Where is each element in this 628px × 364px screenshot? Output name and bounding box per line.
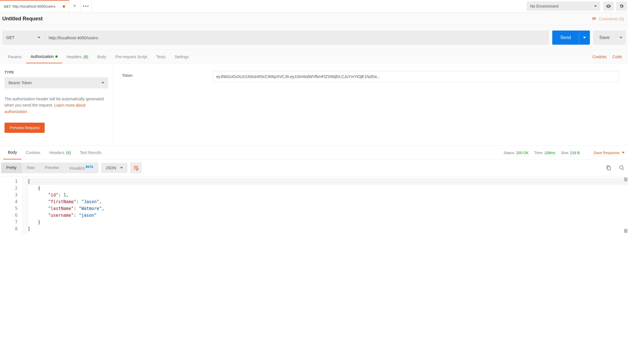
save-response-button[interactable]: Save Response bbox=[588, 149, 625, 157]
request-tabs: Params Authorization Headers (8) Body Pr… bbox=[0, 50, 628, 64]
auth-type-select[interactable]: Bearer Token bbox=[5, 77, 108, 88]
request-title-bar: Untitled Request Comments (0) bbox=[0, 12, 628, 25]
chevron-down-icon bbox=[120, 167, 123, 169]
tab-prerequest[interactable]: Pre-request Script bbox=[111, 50, 152, 63]
auth-right: Token eyJhbGciOiJIUzI1NiIsInR5cCI6IkpXVC… bbox=[113, 64, 628, 146]
comment-icon bbox=[592, 16, 597, 21]
tab-tests[interactable]: Tests bbox=[152, 50, 170, 63]
response-viewrow: Pretty Raw Preview VisualizeBETA JSON bbox=[0, 160, 628, 176]
chevron-down-icon bbox=[620, 37, 622, 38]
search-icon bbox=[619, 165, 624, 170]
chevron-down-icon bbox=[594, 5, 597, 7]
tab-body[interactable]: Body bbox=[93, 50, 111, 63]
view-mode-segment: Pretty Raw Preview VisualizeBETA bbox=[1, 162, 98, 173]
request-tab[interactable]: GET http://localhost:4000/users bbox=[0, 0, 69, 12]
request-row: GET Send Save bbox=[0, 25, 628, 50]
chevron-down-icon bbox=[101, 82, 104, 84]
line-gutter: 1 2 3 4 5 6 7 8 bbox=[0, 176, 23, 234]
environment-quicklook-button[interactable] bbox=[603, 1, 614, 11]
new-tab-button[interactable]: + bbox=[69, 0, 81, 12]
http-method-label: GET bbox=[6, 35, 14, 40]
send-dropdown[interactable] bbox=[579, 31, 590, 45]
comments-label: Comments (0) bbox=[599, 17, 624, 21]
code-source[interactable]: [ { "id": 1, "firstName": "Jason", "last… bbox=[28, 176, 628, 234]
view-visualize[interactable]: VisualizeBETA bbox=[64, 162, 98, 173]
wrap-button[interactable] bbox=[130, 162, 142, 173]
fold-bar[interactable] bbox=[23, 176, 28, 234]
auth-left: TYPE Bearer Token The authorization head… bbox=[0, 64, 113, 146]
status-size: 218 B bbox=[570, 151, 580, 155]
copy-button[interactable] bbox=[604, 163, 614, 173]
wrap-icon bbox=[133, 165, 139, 171]
tab-title: http://localhost:4000/users bbox=[12, 4, 55, 8]
search-response-button[interactable] bbox=[617, 163, 627, 173]
settings-button[interactable] bbox=[616, 1, 627, 11]
tab-authorization[interactable]: Authorization bbox=[26, 50, 62, 63]
chevron-down-icon bbox=[622, 152, 625, 153]
preview-request-button[interactable]: Preview Request bbox=[5, 123, 45, 133]
tab-method: GET bbox=[4, 5, 11, 8]
resp-tab-test-results[interactable]: Test Results bbox=[75, 146, 106, 159]
auth-type-label: TYPE bbox=[5, 70, 108, 74]
save-label: Save bbox=[593, 35, 616, 40]
tab-params[interactable]: Params bbox=[3, 50, 26, 63]
tab-settings[interactable]: Settings bbox=[170, 50, 193, 63]
environment-label: No Environment bbox=[530, 4, 558, 8]
response-status: Status: 200 OK Time: 106ms Size: 218 B S… bbox=[106, 149, 625, 157]
code-link[interactable]: Code bbox=[610, 55, 625, 59]
scroll-handle[interactable] bbox=[624, 229, 627, 233]
view-pretty[interactable]: Pretty bbox=[1, 162, 22, 173]
chevron-down-icon bbox=[38, 37, 40, 38]
request-title[interactable]: Untitled Request bbox=[2, 16, 43, 22]
gear-icon bbox=[619, 3, 624, 9]
window-tabs: GET http://localhost:4000/users + ••• No… bbox=[0, 0, 628, 12]
resp-tab-body[interactable]: Body bbox=[3, 146, 21, 159]
chevron-down-icon bbox=[583, 37, 586, 38]
token-label: Token bbox=[122, 71, 201, 78]
comments-button[interactable]: Comments (0) bbox=[592, 16, 624, 21]
view-raw[interactable]: Raw bbox=[22, 162, 40, 173]
send-button[interactable]: Send bbox=[552, 31, 590, 45]
status-time: 106ms bbox=[544, 151, 555, 155]
resp-tab-cookies[interactable]: Cookies bbox=[21, 146, 45, 159]
environment-select[interactable]: No Environment bbox=[527, 1, 600, 11]
url-input[interactable] bbox=[45, 31, 549, 45]
response-body: 1 2 3 4 5 6 7 8 [ { "id": 1, "firstName"… bbox=[0, 176, 628, 234]
save-button[interactable]: Save bbox=[593, 31, 626, 45]
tab-more-button[interactable]: ••• bbox=[81, 0, 92, 12]
auth-description: The authorization header will be automat… bbox=[5, 96, 108, 115]
copy-icon bbox=[606, 165, 611, 170]
save-dropdown[interactable] bbox=[616, 31, 626, 45]
token-input[interactable]: eyJhbGciOiJIUzI1NiIsInR5cCI6IkpXVCJ9.eyJ… bbox=[213, 71, 619, 82]
auth-type-value: Bearer Token bbox=[8, 81, 32, 85]
scroll-handle[interactable] bbox=[624, 177, 627, 181]
tab-headers[interactable]: Headers (8) bbox=[62, 50, 93, 63]
send-label: Send bbox=[552, 35, 579, 40]
active-dot-icon bbox=[55, 55, 58, 58]
eye-icon bbox=[606, 3, 611, 9]
unsaved-dot-icon bbox=[63, 5, 65, 8]
http-method-select[interactable]: GET bbox=[2, 31, 45, 45]
authorization-panel: TYPE Bearer Token The authorization head… bbox=[0, 64, 628, 146]
cookies-link[interactable]: Cookies bbox=[590, 55, 610, 59]
status-code: 200 OK bbox=[516, 151, 529, 155]
response-tabs: Body Cookies Headers (4) Test Results St… bbox=[0, 146, 628, 160]
view-preview[interactable]: Preview bbox=[40, 162, 64, 173]
resp-tab-headers[interactable]: Headers (4) bbox=[45, 146, 75, 159]
language-select[interactable]: JSON bbox=[101, 163, 127, 173]
